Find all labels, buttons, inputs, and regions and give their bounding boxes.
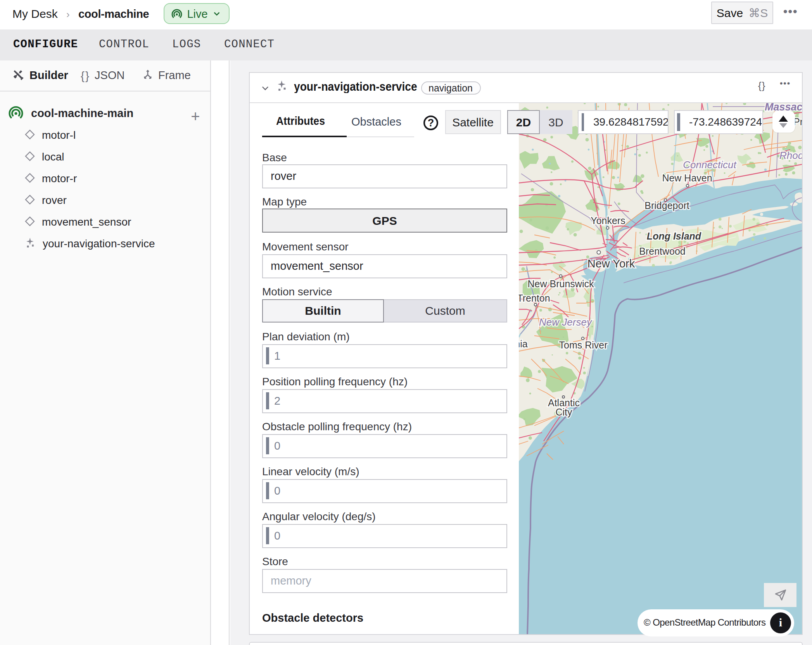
svg-text:Toms River: Toms River [559, 339, 607, 350]
svg-text:Pro: Pro [793, 116, 802, 127]
svg-text:Trenton: Trenton [519, 292, 550, 303]
svg-text:Bridgeport: Bridgeport [644, 200, 689, 210]
svg-text:New Haven: New Haven [662, 172, 712, 183]
svg-text:Rhode: Rhode [779, 149, 802, 161]
svg-text:Yonkers: Yonkers [591, 215, 625, 226]
svg-text:New York: New York [587, 257, 635, 269]
svg-text:Brentwood: Brentwood [639, 245, 686, 256]
svg-text:City: City [555, 406, 572, 417]
svg-text:Connecticut: Connecticut [683, 159, 737, 170]
svg-text:New Jersey: New Jersey [539, 316, 593, 328]
svg-text:Long Island: Long Island [647, 230, 701, 241]
svg-text:New Brunswick: New Brunswick [528, 278, 594, 289]
svg-text:nia: nia [519, 338, 528, 349]
